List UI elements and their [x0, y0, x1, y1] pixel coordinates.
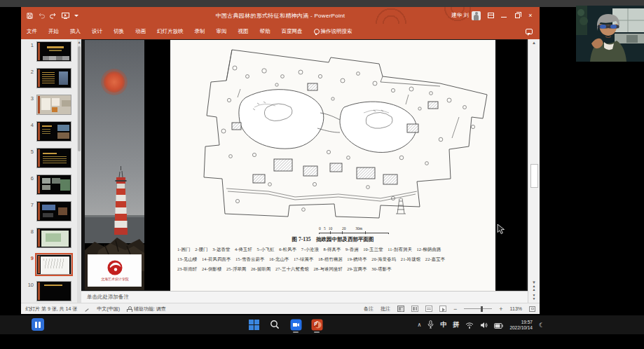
tab-insert[interactable]: 插入	[64, 24, 86, 39]
tell-me-search[interactable]: 操作说明搜索	[308, 28, 358, 35]
scale-label: 0 5 10 20 30m	[319, 226, 395, 231]
notes-placeholder: 单击此处添加备注	[81, 294, 129, 301]
slide-thumbnail[interactable]	[36, 68, 71, 88]
tab-animations[interactable]: 动画	[130, 24, 151, 39]
garden-plan-figure: 0 5 10 20 30m 图 7-135 拙政园中部及西部平面图 1-园门 2…	[170, 40, 495, 291]
save-icon[interactable]	[27, 13, 33, 19]
quick-access-toolbar	[21, 13, 84, 19]
powerpoint-icon[interactable]: P	[310, 317, 324, 331]
slide-thumbnail-panel: 1 2 3 4 5 6 7 8 9 10 ▲	[21, 39, 81, 303]
slide-number: 10	[25, 281, 34, 288]
minimize-button[interactable]	[500, 12, 507, 19]
slide-thumbnail[interactable]	[36, 41, 71, 62]
start-button[interactable]	[247, 317, 261, 331]
tab-record[interactable]: 录制	[189, 24, 211, 39]
notes-toggle[interactable]: 备注	[364, 306, 374, 313]
vertical-scrollbar[interactable]: ▲ ▼ ▲▲ ▼▼	[528, 39, 540, 303]
slide-number: 6	[25, 174, 34, 182]
qat-customize-icon[interactable]	[74, 15, 78, 19]
undo-icon[interactable]	[38, 13, 45, 19]
tray-clock[interactable]: 19:57 2022/10/14	[509, 320, 533, 331]
tab-file[interactable]: 文件	[21, 24, 43, 39]
garden-plan-drawing	[170, 40, 495, 226]
slideshow-view-button[interactable]	[439, 306, 446, 312]
school-logo: 北海艺术设计学院	[88, 254, 142, 287]
reading-view-button[interactable]	[425, 306, 432, 312]
tab-baidu-netdisk[interactable]: 百度网盘	[276, 24, 308, 39]
slide-number: 5	[25, 148, 34, 155]
logo-swirl-icon	[107, 259, 123, 276]
account-chip[interactable]: 建华 刘	[451, 11, 481, 20]
scrollbar-thumb[interactable]	[530, 164, 538, 188]
slide-thumbnail[interactable]	[36, 121, 71, 142]
scroll-up-icon[interactable]: ▲	[528, 41, 540, 45]
tab-view[interactable]: 视图	[233, 24, 254, 39]
slide-thumbnail[interactable]	[36, 228, 71, 248]
slide-position: 幻灯片 第 9 张, 共 14 张	[25, 306, 77, 313]
meeting-widget-icon[interactable]	[32, 318, 44, 331]
windows-taskbar: P ∧ 中 拼 19:57 2022/10/14 ☾	[0, 315, 644, 334]
slide-thumbnail[interactable]	[36, 281, 71, 301]
current-slide[interactable]: 北海艺术设计学院	[85, 40, 526, 290]
language-indicator[interactable]: 中文(中国)	[97, 306, 120, 313]
zoom-slider-knob[interactable]	[481, 306, 483, 312]
battery-icon[interactable]	[494, 319, 503, 331]
previous-slide-icon[interactable]: ▲▲	[528, 285, 540, 292]
comments-bubble-icon[interactable]	[526, 29, 533, 34]
title-bar: 中国古典园林的形式特征和精神内涵 - PowerPoint 建华 刘 ×	[21, 7, 540, 24]
mouse-cursor	[497, 224, 505, 235]
slide-canvas: 北海艺术设计学院	[81, 39, 528, 291]
tell-me-label: 操作说明搜索	[321, 28, 352, 35]
input-mode-indicator[interactable]: 中	[440, 320, 446, 329]
volume-icon[interactable]	[480, 319, 488, 331]
slide-number: 1	[25, 41, 34, 48]
screen-top-strip	[0, 0, 644, 7]
ribbon-display-options-icon[interactable]	[487, 12, 494, 19]
figure-caption-title: 图 7-135 拙政园中部及西部平面图	[170, 236, 495, 243]
tencent-meeting-icon[interactable]	[289, 317, 303, 331]
slide-number: 8	[25, 228, 34, 235]
microphone-icon[interactable]	[427, 319, 434, 331]
wifi-icon[interactable]	[465, 319, 474, 331]
slide-thumbnail[interactable]	[36, 174, 71, 195]
spell-check-icon[interactable]	[84, 306, 90, 312]
status-bar: 幻灯片 第 9 张, 共 14 张 中文(中国) 辅助功能: 调查 备注 批注 …	[21, 303, 540, 314]
restore-button[interactable]	[514, 12, 521, 19]
start-slideshow-icon[interactable]	[62, 13, 69, 19]
ime-pinyin-indicator[interactable]: 拼	[453, 320, 459, 329]
slide-number-selected: 9	[25, 254, 34, 261]
slide-thumbnail[interactable]	[36, 201, 71, 221]
search-icon[interactable]	[268, 317, 282, 331]
redo-icon[interactable]	[50, 13, 57, 19]
tab-review[interactable]: 审阅	[211, 24, 233, 39]
slide-thumbnail-selected[interactable]	[36, 254, 71, 275]
comments-toggle[interactable]: 批注	[381, 306, 390, 313]
tray-chevron-up-icon[interactable]: ∧	[418, 322, 422, 329]
tab-help[interactable]: 帮助	[254, 24, 276, 39]
avatar	[472, 11, 481, 20]
fit-slide-to-window-icon[interactable]	[529, 306, 535, 312]
tab-design[interactable]: 设计	[86, 24, 108, 39]
webcam-video[interactable]	[576, 6, 644, 62]
zoom-slider[interactable]	[464, 308, 492, 309]
tab-home[interactable]: 开始	[43, 24, 64, 39]
zoom-out-icon[interactable]: −	[453, 306, 457, 312]
focus-assist-moon-icon[interactable]: ☾	[539, 322, 544, 329]
lightbulb-icon	[314, 29, 319, 35]
zoom-in-icon[interactable]: +	[499, 306, 502, 312]
accessibility-status[interactable]: 辅助功能: 调查	[127, 306, 166, 313]
slide-thumbnail[interactable]	[36, 148, 71, 168]
ribbon-tab-row: 文件 开始 插入 设计 切换 动画 幻灯片放映 录制 审阅 视图 帮助 百度网盘…	[21, 24, 540, 39]
clock-time: 19:57	[509, 320, 533, 325]
zoom-level[interactable]: 113%	[510, 306, 522, 311]
sunset-lighthouse-photo: 北海艺术设计学院	[85, 40, 144, 290]
slide-thumbnail[interactable]	[36, 95, 71, 115]
tab-transitions[interactable]: 切换	[108, 24, 130, 39]
next-slide-icon[interactable]: ▼▼	[528, 294, 540, 301]
slide-sorter-view-button[interactable]	[411, 306, 418, 312]
slide-number: 7	[25, 201, 34, 208]
tab-slideshow[interactable]: 幻灯片放映	[151, 24, 189, 39]
notes-pane[interactable]: 单击此处添加备注	[81, 291, 528, 303]
normal-view-button[interactable]	[397, 306, 404, 312]
close-button[interactable]: ×	[527, 12, 534, 19]
